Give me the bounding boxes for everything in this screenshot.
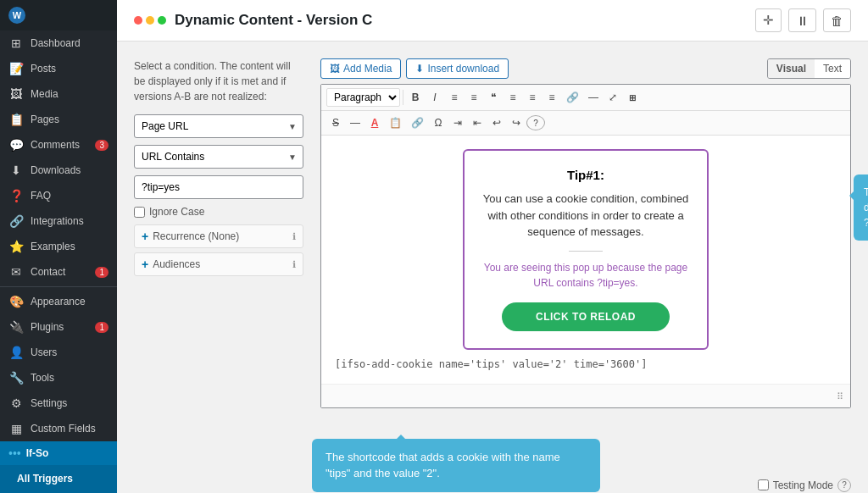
sidebar-item-contact[interactable]: ✉ Contact 1 — [0, 259, 117, 285]
top-bar: Dynamic Content - Version C ✛ ⏸ 🗑 — [117, 0, 868, 42]
redo-button[interactable]: ↪ — [507, 114, 526, 131]
sidebar-item-label: Posts — [31, 63, 56, 75]
condition-operator-select[interactable]: URL Contains URL Equals URL Starts With — [134, 145, 303, 169]
media-icon: 🖼 — [330, 63, 340, 75]
fullscreen-button[interactable]: ⤢ — [604, 89, 622, 106]
settings-icon: ⚙ — [8, 396, 24, 410]
hr-button[interactable]: — — [346, 114, 364, 131]
sidebar-item-examples[interactable]: ⭐ Examples — [0, 234, 117, 259]
integrations-icon: 🔗 — [8, 214, 24, 228]
clear-format-button[interactable]: 🔗 — [407, 114, 428, 131]
indent-button[interactable]: ⇥ — [448, 114, 467, 131]
plus-icon: + — [142, 258, 148, 271]
tab-visual[interactable]: Visual — [768, 59, 815, 78]
undo-button[interactable]: ↩ — [487, 114, 506, 131]
move-button[interactable]: ✛ — [755, 8, 782, 32]
align-right-button[interactable]: ≡ — [542, 89, 561, 106]
italic-button[interactable]: I — [426, 89, 444, 106]
help-button[interactable]: ? — [526, 115, 545, 130]
bold-button[interactable]: B — [406, 89, 425, 106]
ordered-list-button[interactable]: ≡ — [465, 89, 483, 106]
pause-button[interactable]: ⏸ — [788, 8, 816, 32]
align-left-button[interactable]: ≡ — [504, 89, 522, 106]
align-center-button[interactable]: ≡ — [523, 89, 542, 106]
sidebar-item-add-new-trigger[interactable]: Add New Trigger — [0, 489, 117, 493]
reload-button[interactable]: CLICK TO RELOAD — [502, 302, 670, 331]
sidebar-item-label: Integrations — [31, 215, 84, 227]
sidebar-item-label: Users — [31, 346, 57, 358]
sidebar-item-media[interactable]: 🖼 Media — [0, 81, 117, 107]
appearance-icon: 🎨 — [8, 295, 24, 308]
testing-mode-info-icon[interactable]: ? — [837, 479, 851, 492]
sidebar-item-comments[interactable]: 💬 Comments 3 — [0, 132, 117, 158]
testing-mode-label: Testing Mode — [773, 479, 833, 491]
link-button[interactable]: 🔗 — [562, 89, 583, 106]
sidebar-item-appearance[interactable]: 🎨 Appearance — [0, 289, 117, 314]
audiences-row[interactable]: + Audiences ℹ — [134, 252, 303, 276]
sidebar-item-integrations[interactable]: 🔗 Integrations — [0, 208, 117, 234]
add-media-button[interactable]: 🖼 Add Media — [320, 58, 401, 79]
sidebar-item-custom-fields[interactable]: ▦ Custom Fields — [0, 416, 117, 441]
condition-type-wrapper: Page URL Cookie Device Country ▼ — [134, 114, 303, 138]
condition-value-input[interactable] — [134, 175, 303, 199]
ifso-section-header[interactable]: ••• If-So — [0, 441, 117, 465]
popup-title: Tip#1: — [481, 168, 690, 182]
dot-yellow — [146, 16, 154, 25]
special-char-button[interactable]: Ω — [429, 114, 448, 131]
editor-footer: ⠿ — [321, 384, 850, 407]
plus-icon: + — [142, 230, 148, 243]
sidebar-item-all-triggers[interactable]: All Triggers — [0, 468, 117, 489]
tab-text[interactable]: Text — [815, 59, 850, 78]
more-options-button[interactable]: ⊞ — [623, 91, 642, 105]
delete-button[interactable]: 🗑 — [823, 8, 851, 32]
sidebar-item-faq[interactable]: ❓ FAQ — [0, 183, 117, 208]
sidebar-item-downloads[interactable]: ⬇ Downloads — [0, 158, 117, 183]
sidebar: W ⊞ Dashboard 📝 Posts 🖼 Media 📋 Pages 💬 … — [0, 0, 117, 493]
tooltip-bottom: The shortcode that adds a cookie with th… — [312, 439, 600, 492]
contact-badge: 1 — [95, 267, 108, 278]
plugins-icon: 🔌 — [8, 320, 24, 334]
sidebar-item-label: Media — [31, 88, 58, 100]
editor-content-wrapper: Tip#1: You can use a cookie condition, c… — [335, 149, 837, 350]
sidebar-item-settings[interactable]: ⚙ Settings — [0, 391, 117, 416]
top-bar-actions: ✛ ⏸ 🗑 — [755, 8, 851, 32]
sidebar-item-label: Pages — [31, 114, 59, 125]
editor-body[interactable]: Tip#1: You can use a cookie condition, c… — [321, 136, 850, 384]
format-toolbar-1: Paragraph B I ≡ ≡ ❝ ≡ ≡ ≡ 🔗 — ⤢ ⊞ — [321, 85, 850, 111]
custom-fields-icon: ▦ — [8, 422, 24, 435]
unordered-list-button[interactable]: ≡ — [445, 89, 464, 106]
ignore-case-checkbox[interactable] — [134, 207, 145, 218]
page-title: Dynamic Content - Version C — [175, 12, 372, 29]
sidebar-item-posts[interactable]: 📝 Posts — [0, 56, 117, 81]
ifso-label: If-So — [26, 447, 49, 459]
editor-panel: 🖼 Add Media ⬇ Insert download Visual Tex… — [320, 58, 851, 408]
tooltip-right: The pop-up's content that will be displa… — [854, 174, 868, 241]
popup-preview: Tip#1: You can use a cookie condition, c… — [463, 149, 709, 350]
testing-mode-checkbox[interactable] — [758, 479, 769, 490]
strikethrough-button[interactable]: S — [326, 114, 345, 131]
text-color-button[interactable]: A — [365, 114, 384, 131]
sidebar-item-users[interactable]: 👤 Users — [0, 340, 117, 365]
sidebar-item-label: Downloads — [31, 164, 81, 176]
paste-button[interactable]: 📋 — [385, 114, 406, 131]
blockquote-button[interactable]: ❝ — [484, 89, 503, 106]
plugins-badge: 1 — [95, 322, 108, 333]
recurrence-row[interactable]: + Recurrence (None) ℹ — [134, 224, 303, 248]
testing-mode-row: Testing Mode ? — [758, 479, 851, 492]
sidebar-item-label: Tools — [31, 372, 54, 384]
sidebar-item-plugins[interactable]: 🔌 Plugins 1 — [0, 314, 117, 340]
outdent-button[interactable]: ⇤ — [468, 114, 487, 131]
view-toggle: Visual Text — [767, 58, 851, 79]
ignore-case-label: Ignore Case — [149, 206, 204, 218]
horizontal-rule-button[interactable]: — — [584, 89, 603, 106]
sidebar-header: W — [0, 0, 117, 30]
sidebar-item-label: Comments — [31, 139, 80, 151]
paragraph-select[interactable]: Paragraph — [326, 88, 400, 107]
dot-green — [158, 16, 166, 25]
resize-handle[interactable]: ⠿ — [837, 391, 843, 402]
condition-type-select[interactable]: Page URL Cookie Device Country — [134, 114, 303, 138]
sidebar-item-dashboard[interactable]: ⊞ Dashboard — [0, 30, 117, 56]
insert-download-button[interactable]: ⬇ Insert download — [406, 58, 509, 79]
sidebar-item-pages[interactable]: 📋 Pages — [0, 107, 117, 132]
sidebar-item-tools[interactable]: 🔧 Tools — [0, 365, 117, 391]
